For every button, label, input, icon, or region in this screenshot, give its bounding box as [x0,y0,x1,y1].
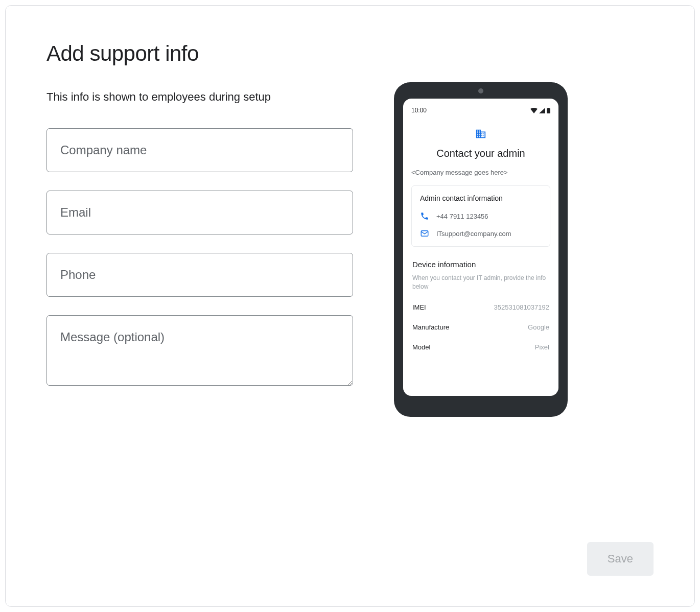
device-row-manufacture: Manufacture Google [412,323,549,331]
wifi-icon [530,108,538,113]
contact-email-row: ITsupport@company.com [420,229,542,238]
email-input[interactable] [46,191,353,234]
battery-icon [547,108,550,113]
device-section: Device information When you contact your… [411,260,550,351]
contact-email-value: ITsupport@company.com [436,230,511,238]
svg-rect-1 [548,108,549,109]
device-value: 352531081037192 [494,303,549,311]
contact-phone-value: +44 7911 123456 [436,213,488,220]
phone-screen: 10:00 Conta [403,99,558,396]
preview-section: 10:00 Conta [394,82,568,417]
page-title: Add support info [46,41,353,66]
form-section: Add support info This info is shown to e… [46,41,353,417]
device-label: Model [412,343,430,351]
page-subtitle: This info is shown to employees during s… [46,90,353,104]
device-title: Device information [412,260,549,269]
preview-company-message: <Company message goes here> [411,169,550,176]
status-icons [530,108,550,113]
message-textarea[interactable] [46,315,353,386]
phone-statusbar: 10:00 [411,107,550,114]
contact-phone-row: +44 7911 123456 [420,211,542,221]
phone-frame: 10:00 Conta [394,82,568,417]
company-name-input[interactable] [46,128,353,172]
svg-rect-0 [547,108,550,113]
device-subtitle: When you contact your IT admin, provide … [412,274,549,291]
signal-icon [539,108,545,113]
device-value: Pixel [535,343,549,351]
phone-input[interactable] [46,253,353,297]
device-row-model: Model Pixel [412,343,549,351]
device-row-imei: IMEI 352531081037192 [412,303,549,311]
preview-title: Contact your admin [411,148,550,159]
content-wrap: Add support info This info is shown to e… [46,41,654,417]
phone-icon [420,211,429,221]
preview-header: Contact your admin [411,128,550,159]
phone-camera-icon [478,88,483,93]
save-button[interactable]: Save [587,542,654,576]
contact-card: Admin contact information +44 7911 12345… [411,185,550,247]
building-icon [475,128,486,142]
phone-time: 10:00 [411,107,427,114]
device-label: IMEI [412,303,426,311]
contact-card-title: Admin contact information [420,194,542,202]
device-value: Google [528,323,549,331]
support-info-card: Add support info This info is shown to e… [5,5,695,607]
mail-icon [420,229,429,238]
device-label: Manufacture [412,323,449,331]
